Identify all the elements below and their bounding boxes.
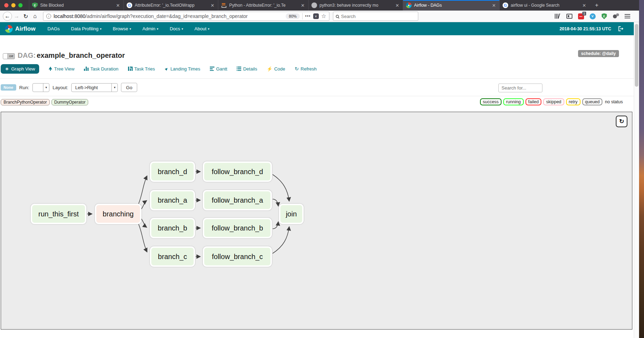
- task-node-join[interactable]: join: [279, 204, 304, 224]
- tab-python-stackoverflow[interactable]: Python - AttributeError: '_io.Te ✕: [218, 0, 308, 11]
- graph-view-button[interactable]: ∗ Graph View: [1, 64, 39, 74]
- caret-down-icon: ▾: [157, 27, 159, 31]
- sidebar-icon[interactable]: [566, 14, 572, 19]
- pocket-icon[interactable]: ∨: [313, 13, 319, 19]
- tab-title: AttributeError: '_io.TextIOWrapp: [135, 3, 207, 8]
- nav-item-docs[interactable]: Docs▾: [170, 26, 183, 31]
- tab-title: python3: behave incorrectly mo: [320, 3, 392, 8]
- browser-search-bar[interactable]: [333, 12, 418, 21]
- task-node-branch_d[interactable]: branch_d: [150, 161, 195, 182]
- adblock-shield-icon[interactable]: £: [602, 13, 607, 19]
- reload-button[interactable]: ↻: [21, 12, 30, 21]
- task-tries-button[interactable]: Task Tries: [128, 66, 155, 72]
- nav-item-admin[interactable]: Admin▾: [142, 26, 158, 31]
- task-node-run_this_first[interactable]: run_this_first: [31, 204, 86, 224]
- task-node-follow_branch_b[interactable]: follow_branch_b: [203, 218, 272, 238]
- legend-failed: failed: [525, 98, 542, 105]
- google-icon: G: [127, 2, 132, 8]
- bookmark-star-icon[interactable]: ☆: [321, 13, 326, 19]
- landing-times-button[interactable]: ► Landing Times: [164, 66, 200, 72]
- home-button[interactable]: ⌂: [30, 12, 40, 21]
- dag-graph-canvas[interactable]: run_this_first branching branch_d follow…: [1, 112, 632, 330]
- task-node-follow_branch_d[interactable]: follow_branch_d: [203, 161, 272, 182]
- tree-view-button[interactable]: Tree View: [49, 66, 74, 72]
- tab-attributeerror[interactable]: G AttributeError: '_io.TextIOWrapp ✕: [123, 0, 218, 11]
- nav-label: Data Profiling: [71, 26, 98, 31]
- page-actions-icon[interactable]: •••: [305, 14, 311, 19]
- view-label: Landing Times: [170, 66, 200, 72]
- code-button[interactable]: ⚡ Code: [267, 66, 285, 72]
- refresh-button[interactable]: ↻ Refresh: [295, 66, 317, 72]
- refresh-icon: ↻: [295, 66, 299, 71]
- forward-button[interactable]: →: [12, 12, 21, 21]
- graph-refresh-button[interactable]: ↻: [616, 116, 627, 127]
- page-scrollbar[interactable]: [634, 22, 639, 338]
- view-label: Tree View: [54, 66, 74, 72]
- layout-select[interactable]: Left->Right ▾: [71, 83, 118, 92]
- back-button[interactable]: ←: [3, 12, 12, 21]
- divider: [0, 78, 634, 79]
- zoom-window-button[interactable]: [18, 3, 23, 7]
- chart-flag-icon: [128, 67, 133, 71]
- legend-branchpythonoperator: BranchPythonOperator: [1, 99, 50, 105]
- tab-python3-github[interactable]: python3: behave incorrectly mo ✕: [308, 0, 403, 11]
- library-icon[interactable]: [554, 13, 561, 19]
- airflow-logo-icon[interactable]: [5, 25, 13, 33]
- close-tab-icon[interactable]: ✕: [300, 3, 305, 8]
- legend-queued: queued: [582, 98, 603, 105]
- extension-blue-icon[interactable]: V: [590, 13, 596, 19]
- caret-down-icon: ▾: [182, 27, 183, 31]
- url-text[interactable]: localhost:8080/admin/airflow/graph?execu…: [54, 13, 283, 19]
- task-node-branch_a[interactable]: branch_a: [150, 190, 195, 210]
- url-bar[interactable]: i localhost:8080/admin/airflow/graph?exe…: [43, 12, 329, 21]
- close-tab-icon[interactable]: ✕: [115, 3, 121, 8]
- nav-item-about[interactable]: About▾: [194, 26, 209, 31]
- task-node-branching[interactable]: branching: [95, 204, 141, 224]
- close-tab-icon[interactable]: ✕: [582, 3, 587, 8]
- zoom-level-badge[interactable]: 80%: [286, 13, 300, 19]
- task-node-branch_b[interactable]: branch_b: [150, 218, 195, 238]
- task-node-follow_branch_c[interactable]: follow_branch_c: [203, 246, 272, 267]
- view-switcher: ∗ Graph View Tree View Task Duration Tas…: [1, 64, 317, 74]
- plane-icon: ►: [164, 66, 170, 72]
- view-label: Task Duration: [90, 66, 118, 72]
- airflow-brand[interactable]: Airflow: [15, 25, 36, 32]
- task-node-follow_branch_a[interactable]: follow_branch_a: [203, 190, 272, 210]
- gantt-button[interactable]: Gantt: [210, 66, 227, 72]
- nav-label: DAGs: [48, 26, 60, 31]
- nav-item-browse[interactable]: Browse▾: [113, 26, 131, 31]
- details-button[interactable]: Details: [237, 66, 257, 72]
- github-icon: [311, 2, 317, 8]
- toolbar-extensions: •••1 V £: [554, 13, 636, 19]
- tab-site-blocked[interactable]: £ Site Blocked ✕: [29, 0, 123, 11]
- tab-airflow-dags-active[interactable]: Airflow - DAGs ✕: [403, 0, 499, 11]
- close-window-button[interactable]: [4, 3, 8, 7]
- dag-pause-toggle[interactable]: Off: [3, 53, 15, 59]
- toggle-label: Off: [8, 54, 14, 59]
- extension-spheres-icon[interactable]: [613, 13, 619, 19]
- go-button[interactable]: Go: [121, 83, 137, 92]
- extension-red-icon[interactable]: •••1: [578, 13, 584, 19]
- task-node-branch_c[interactable]: branch_c: [150, 246, 195, 267]
- scrollbar-thumb[interactable]: [635, 24, 638, 87]
- run-select[interactable]: ▾: [32, 83, 49, 92]
- tab-airflow-ui-search[interactable]: G airflow ui - Google Search ✕: [499, 0, 590, 11]
- info-icon[interactable]: i: [46, 14, 51, 19]
- nav-item-dags[interactable]: DAGs: [48, 26, 60, 31]
- new-tab-button[interactable]: +: [590, 0, 604, 11]
- task-search-input[interactable]: [498, 84, 542, 92]
- menu-hamburger-icon[interactable]: [625, 14, 630, 18]
- run-controls: None Run: ▾ Layout: Left->Right ▾ Go: [1, 82, 137, 92]
- browser-search-input[interactable]: [341, 14, 415, 19]
- minimize-window-button[interactable]: [11, 3, 16, 7]
- browser-window: £ Site Blocked ✕ G AttributeError: '_io.…: [0, 0, 639, 338]
- close-tab-icon[interactable]: ✕: [491, 3, 497, 8]
- list-icon: [237, 67, 241, 71]
- nav-item-data-profiling[interactable]: Data Profiling▾: [71, 26, 102, 31]
- graph-view-icon: ∗: [5, 66, 9, 71]
- gantt-bars-icon: [210, 67, 214, 71]
- logout-icon[interactable]: [618, 26, 624, 31]
- task-duration-button[interactable]: Task Duration: [84, 66, 118, 72]
- close-tab-icon[interactable]: ✕: [210, 3, 215, 8]
- close-tab-icon[interactable]: ✕: [395, 3, 400, 8]
